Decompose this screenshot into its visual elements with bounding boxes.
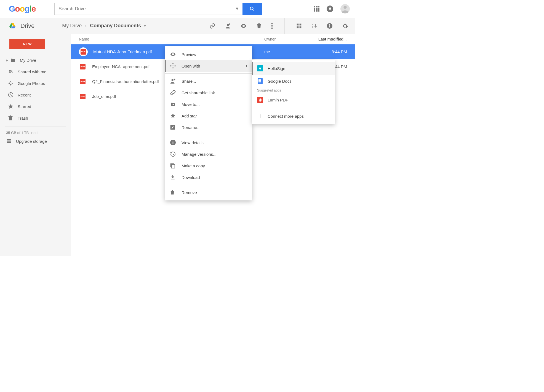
column-modified-label: Last modified	[318, 37, 343, 41]
sidebar-item-label: My Drive	[20, 58, 36, 63]
svg-point-2	[343, 6, 346, 9]
app-title: Drive	[20, 22, 34, 29]
svg-text:Z: Z	[312, 26, 313, 29]
search-button[interactable]	[242, 3, 262, 15]
pdf-icon: PDF	[79, 78, 87, 85]
submenu-google-docs[interactable]: Google Docs	[252, 75, 335, 87]
settings-button[interactable]	[342, 23, 348, 29]
storage-usage: 35 GB of 1 TB used	[0, 131, 71, 139]
context-item-label: Download	[182, 175, 200, 180]
context-make-copy[interactable]: Make a copy	[165, 160, 252, 171]
svg-point-26	[172, 141, 173, 141]
column-modified[interactable]: Last modified ↓	[303, 37, 347, 41]
context-share[interactable]: Share...	[165, 75, 252, 87]
svg-point-15	[329, 24, 330, 25]
divider	[284, 18, 285, 34]
topbar: Google ▼	[0, 0, 355, 18]
context-rename[interactable]: Rename...	[165, 122, 252, 133]
context-divider	[165, 185, 252, 185]
sidebar: NEW ▶ My Drive Shared with me Google Pho…	[0, 34, 71, 256]
submenu-lumin-pdf[interactable]: ◉ Lumin PDF	[252, 93, 335, 106]
sidebar-item-trash[interactable]: Trash	[0, 112, 71, 124]
sidebar-item-photos[interactable]: Google Photos	[0, 77, 71, 89]
context-item-label: Add star	[182, 114, 197, 118]
context-view-details[interactable]: View details	[165, 137, 252, 148]
storage-icon	[6, 139, 12, 144]
sidebar-item-starred[interactable]: Starred	[0, 101, 71, 112]
breadcrumb-current[interactable]: Company Documents ▼	[90, 23, 146, 29]
submenu-item-label: Google Docs	[268, 79, 292, 84]
google-logo[interactable]: Google	[9, 4, 36, 14]
context-move-to[interactable]: Move to...	[165, 98, 252, 110]
pdf-icon: PDF	[79, 47, 88, 56]
search-dropdown-icon[interactable]: ▼	[232, 6, 243, 11]
svg-rect-21	[7, 142, 11, 143]
new-button[interactable]: NEW	[9, 39, 45, 49]
svg-rect-8	[300, 23, 302, 25]
svg-line-1	[253, 9, 254, 10]
appbar: Drive My Drive › Company Documents ▼ AZ	[0, 18, 355, 34]
svg-rect-9	[297, 26, 299, 28]
svg-rect-25	[173, 142, 174, 144]
upgrade-storage[interactable]: Upgrade storage	[0, 139, 71, 144]
avatar[interactable]	[340, 4, 350, 14]
context-shareable-link[interactable]: Get shareable link	[165, 87, 252, 98]
context-remove[interactable]: Remove	[165, 187, 252, 198]
info-icon	[170, 139, 176, 146]
svg-rect-20	[7, 141, 11, 142]
info-button[interactable]	[327, 23, 333, 29]
share-person-button[interactable]	[225, 23, 231, 29]
chevron-down-icon: ▼	[143, 24, 146, 28]
svg-point-17	[11, 71, 13, 72]
column-header: Name Owner Last modified ↓	[71, 34, 355, 44]
breadcrumb-root[interactable]: My Drive	[62, 23, 82, 29]
svg-rect-7	[297, 23, 299, 25]
googledocs-icon	[257, 78, 263, 84]
trash-button[interactable]	[256, 23, 262, 29]
submenu-hellosign[interactable]: ▼ HelloSign	[252, 62, 335, 75]
context-item-label: Manage versions...	[182, 152, 217, 157]
preview-button[interactable]	[240, 23, 247, 29]
context-download[interactable]: Download	[165, 171, 252, 183]
search-icon	[250, 6, 255, 11]
more-button[interactable]	[271, 23, 273, 29]
file-owner: me	[264, 49, 303, 54]
svg-point-22	[172, 79, 174, 81]
star-icon	[170, 113, 176, 119]
sort-down-icon: ↓	[345, 37, 347, 41]
view-grid-button[interactable]	[296, 23, 302, 29]
context-add-star[interactable]: Add star	[165, 110, 252, 122]
submenu-item-label: HelloSign	[268, 66, 285, 71]
person-plus-icon	[170, 78, 176, 84]
search-input[interactable]	[55, 6, 231, 12]
bell-icon	[328, 7, 332, 11]
action-icons: AZ	[209, 18, 348, 34]
search-wrap: ▼	[54, 3, 262, 15]
file-modified: 3:44 PM	[303, 49, 347, 54]
sidebar-item-shared[interactable]: Shared with me	[0, 66, 71, 77]
context-open-with[interactable]: Open with ›	[165, 60, 252, 72]
sidebar-item-recent[interactable]: Recent	[0, 89, 71, 101]
column-owner[interactable]: Owner	[264, 37, 303, 41]
context-preview[interactable]: Preview	[165, 49, 252, 60]
submenu-connect-more[interactable]: Connect more apps	[252, 110, 335, 122]
copy-icon	[170, 163, 176, 169]
sidebar-item-my-drive[interactable]: ▶ My Drive	[0, 54, 71, 66]
pdf-icon: PDF	[79, 93, 87, 100]
eye-icon	[170, 51, 176, 57]
submenu-divider	[252, 108, 335, 108]
column-name[interactable]: Name	[79, 37, 264, 41]
context-item-label: Move to...	[182, 102, 200, 107]
svg-point-6	[271, 27, 273, 29]
upgrade-label: Upgrade storage	[16, 139, 47, 144]
notifications-button[interactable]	[327, 6, 333, 12]
search-box[interactable]: ▼	[54, 3, 242, 15]
context-manage-versions[interactable]: Manage versions...	[165, 148, 252, 160]
submenu-item-label: Lumin PDF	[268, 98, 288, 102]
context-divider	[165, 73, 252, 74]
link-button[interactable]	[209, 23, 215, 29]
pdf-icon: PDF	[79, 63, 87, 71]
apps-icon[interactable]	[314, 6, 319, 12]
sort-button[interactable]: AZ	[311, 23, 317, 29]
trash-icon	[8, 115, 14, 121]
